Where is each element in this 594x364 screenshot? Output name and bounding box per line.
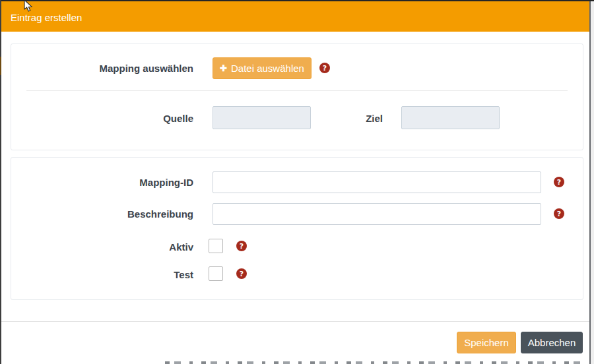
right-edge-line — [589, 0, 591, 364]
ziel-label: Ziel — [201, 113, 383, 124]
help-icon-aktiv[interactable]: ? — [236, 241, 247, 251]
top-window-edge — [0, 0, 594, 1]
upload-section-divider — [26, 90, 568, 91]
create-entry-dialog: Eintrag erstellen Mapping auswählen ✚ Da… — [0, 0, 594, 364]
dialog-title: Eintrag erstellen — [11, 12, 82, 23]
aktiv-checkbox[interactable] — [209, 239, 223, 253]
footer-divider — [0, 321, 589, 322]
choose-file-button[interactable]: ✚ Datei auswählen — [213, 57, 312, 79]
beschreibung-label: Beschreibung — [11, 208, 193, 220]
aktiv-label: Aktiv — [11, 241, 193, 253]
mapping-auswaehlen-label: Mapping auswählen — [11, 63, 193, 74]
mapping-id-input[interactable] — [213, 171, 541, 193]
choose-file-button-label: Datei auswählen — [231, 63, 304, 74]
test-checkbox[interactable] — [209, 266, 223, 281]
help-icon-mapping[interactable]: ? — [319, 63, 330, 73]
save-button[interactable]: Speichern — [457, 332, 516, 353]
mapping-id-label: Mapping-ID — [11, 177, 193, 188]
cancel-button[interactable]: Abbrechen — [521, 332, 583, 353]
dialog-titlebar: Eintrag erstellen — [0, 0, 589, 32]
mouse-cursor-icon — [24, 0, 34, 12]
ziel-input — [401, 106, 500, 129]
plus-icon: ✚ — [220, 63, 227, 73]
left-edge-accent — [0, 57, 1, 75]
clipped-text-fragments — [165, 361, 587, 364]
beschreibung-input[interactable] — [213, 203, 541, 225]
help-icon-test[interactable]: ? — [236, 268, 247, 279]
quelle-label: Quelle — [11, 113, 193, 124]
right-margin — [591, 0, 594, 364]
help-icon-beschreibung[interactable]: ? — [554, 208, 564, 219]
test-label: Test — [11, 269, 193, 280]
help-icon-mapping-id[interactable]: ? — [554, 177, 564, 187]
left-window-edge — [0, 0, 1, 364]
